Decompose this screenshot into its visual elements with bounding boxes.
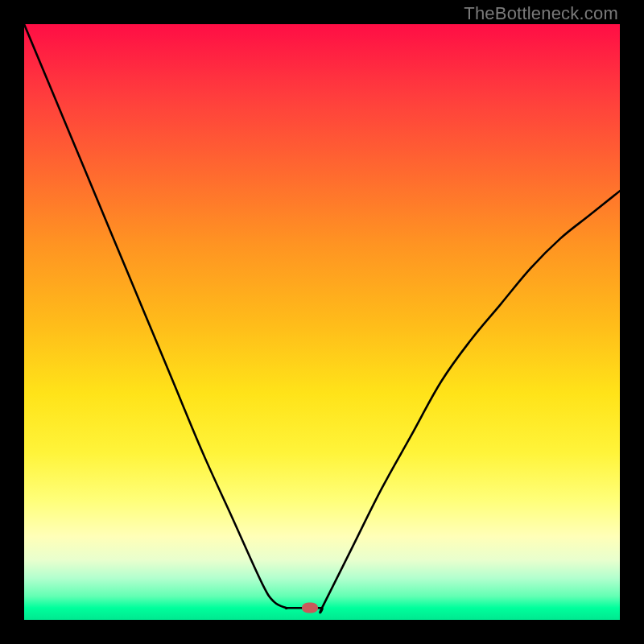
curve-path [24, 24, 620, 613]
plot-area [24, 24, 620, 620]
watermark-text: TheBottleneck.com [464, 3, 618, 24]
bottleneck-curve [24, 24, 620, 620]
chart-frame: TheBottleneck.com [0, 0, 644, 644]
minimum-marker [302, 603, 318, 613]
